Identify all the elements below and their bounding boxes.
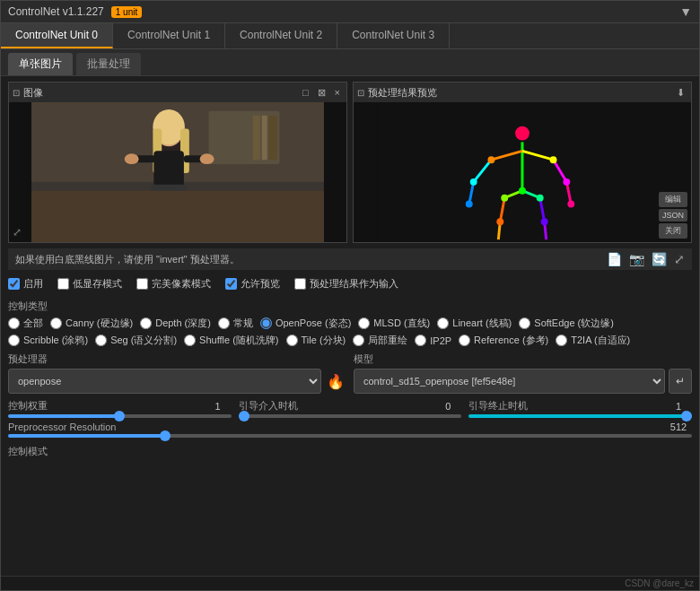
svg-point-43 xyxy=(519,187,526,195)
resize-icon-btn[interactable]: ⤢ xyxy=(674,252,685,266)
sub-tab-single[interactable]: 单张图片 xyxy=(8,53,73,75)
svg-rect-3 xyxy=(253,116,260,160)
edit-btn[interactable]: 编辑 xyxy=(659,192,687,207)
image-content[interactable]: ⤢ xyxy=(9,102,346,242)
svg-point-47 xyxy=(541,218,548,225)
radio-tile-input[interactable] xyxy=(286,335,298,346)
radio-depth-input[interactable] xyxy=(140,317,152,329)
radio-seg-input[interactable] xyxy=(95,335,107,346)
radio-normal[interactable]: 常规 xyxy=(218,317,253,330)
checkbox-lowvram-input[interactable] xyxy=(57,278,69,290)
preview-download-btn[interactable]: ⬇ xyxy=(674,87,687,99)
svg-point-42 xyxy=(567,201,574,208)
radio-tile[interactable]: Tile (分块) xyxy=(286,334,346,347)
checkbox-enable[interactable]: 启用 xyxy=(8,277,43,291)
image-panel-header: ⊡ 图像 □ ⊠ × xyxy=(9,83,346,102)
expand-icon: ⤢ xyxy=(13,226,22,239)
watermark-bar: CSDN @dare_kz xyxy=(1,576,699,590)
fire-button[interactable]: 🔥 xyxy=(325,373,346,390)
preview-content: 编辑 JSON 关闭 xyxy=(354,102,691,242)
radio-mlsd[interactable]: MLSD (直线) xyxy=(358,317,430,330)
info-text: 如果使用白底黑线图片，请使用 "invert" 预处理器。 xyxy=(15,253,240,266)
checkbox-allow-preview-input[interactable] xyxy=(225,278,237,290)
watermark-text: CSDN @dare_kz xyxy=(625,578,694,588)
radio-scribble[interactable]: Scribble (涂鸦) xyxy=(8,334,88,347)
tab-unit-0[interactable]: ControlNet Unit 0 xyxy=(1,23,113,48)
radio-reference-input[interactable] xyxy=(459,335,470,346)
svg-point-41 xyxy=(466,201,473,208)
radio-t2ia-input[interactable] xyxy=(556,335,567,346)
image-btn-fullscreen[interactable]: ⊠ xyxy=(315,87,328,99)
tab-unit-1[interactable]: ControlNet Unit 1 xyxy=(113,23,225,48)
model-select[interactable]: control_sd15_openpose [fef5e48e] xyxy=(354,369,665,394)
radio-shuffle-input[interactable] xyxy=(184,335,196,346)
content-area: ⊡ 图像 □ ⊠ × xyxy=(1,76,699,576)
svg-point-37 xyxy=(487,156,494,163)
radio-scribble-input[interactable] xyxy=(8,335,20,346)
svg-rect-21 xyxy=(31,191,324,242)
checkbox-lowvram-label: 低显存模式 xyxy=(73,277,122,291)
radio-canny-input[interactable] xyxy=(50,317,62,329)
control-weight-slider[interactable] xyxy=(8,414,232,418)
end-time-value: 1 xyxy=(665,401,692,412)
camera-icon-btn[interactable]: 📷 xyxy=(629,252,644,266)
upload-icon-btn[interactable]: 📄 xyxy=(607,252,622,266)
preprocessor-select-wrapper: openpose 🔥 xyxy=(8,369,346,394)
image-icon: ⊡ xyxy=(13,88,20,98)
collapse-icon[interactable]: ▼ xyxy=(679,4,692,19)
radio-softedge[interactable]: SoftEdge (软边缘) xyxy=(519,317,614,330)
radio-all[interactable]: 全部 xyxy=(8,317,43,330)
radio-mlsd-input[interactable] xyxy=(358,317,370,329)
radio-reference[interactable]: Reference (参考) xyxy=(459,334,548,347)
model-label: 模型 xyxy=(354,352,692,366)
preprocessor-res-slider[interactable] xyxy=(8,434,692,438)
sliders-area: 控制权重 1 引导介入时机 0 引导终止时机 xyxy=(8,399,692,438)
image-btn-expand[interactable]: □ xyxy=(300,87,311,98)
preview-panel-title: 预处理结果预览 xyxy=(368,86,670,100)
radio-inpaint[interactable]: 局部重绘 xyxy=(353,334,407,347)
close-preview-btn[interactable]: 关闭 xyxy=(659,223,687,239)
radio-shuffle[interactable]: Shuffle (随机洗牌) xyxy=(184,334,278,347)
radio-openpose-input[interactable] xyxy=(260,317,272,329)
svg-point-46 xyxy=(496,218,503,225)
radio-lineart[interactable]: Lineart (线稿) xyxy=(437,317,512,330)
checkbox-perfect-pixel[interactable]: 完美像素模式 xyxy=(136,277,211,291)
checkbox-preproc-result-input[interactable] xyxy=(294,278,306,290)
image-btn-close[interactable]: × xyxy=(332,87,343,98)
refresh-icon-btn[interactable]: 🔄 xyxy=(652,252,667,266)
tab-unit-3[interactable]: ControlNet Unit 3 xyxy=(337,23,450,48)
radio-openpose[interactable]: OpenPose (姿态) xyxy=(260,317,351,330)
checkbox-enable-input[interactable] xyxy=(8,278,20,290)
preview-panel-header: ⊡ 预处理结果预览 ⬇ xyxy=(354,83,691,102)
radio-normal-input[interactable] xyxy=(218,317,230,329)
model-arrow-btn[interactable]: ↵ xyxy=(669,369,692,394)
image-panel-left: ⊡ 图像 □ ⊠ × xyxy=(8,82,347,243)
preprocessor-label: 预处理器 xyxy=(8,352,346,366)
checkbox-preproc-result[interactable]: 预处理结果作为输入 xyxy=(294,277,398,291)
start-time-slider[interactable] xyxy=(239,414,462,418)
sub-tab-batch[interactable]: 批量处理 xyxy=(76,53,141,75)
preprocessor-select[interactable]: openpose xyxy=(8,369,321,394)
svg-point-14 xyxy=(125,153,139,164)
radio-t2ia[interactable]: T2IA (自适应) xyxy=(556,334,630,347)
radio-ip2p[interactable]: IP2P xyxy=(415,334,451,347)
tab-unit-2[interactable]: ControlNet Unit 2 xyxy=(225,23,337,48)
unit-badge: 1 unit xyxy=(111,6,142,18)
control-mode-label: 控制模式 xyxy=(8,443,692,460)
end-time-group: 引导终止时机 1 xyxy=(468,399,692,418)
radio-canny[interactable]: Canny (硬边缘) xyxy=(50,317,133,330)
radio-all-input[interactable] xyxy=(8,317,20,329)
edit-btns: 编辑 JSON 关闭 xyxy=(659,192,687,239)
radio-seg[interactable]: Seg (语义分割) xyxy=(95,334,177,347)
end-time-slider[interactable] xyxy=(468,414,692,418)
info-bar: 如果使用白底黑线图片，请使用 "invert" 预处理器。 📄 📷 🔄 ⤢ xyxy=(8,248,692,270)
checkbox-perfect-pixel-input[interactable] xyxy=(136,278,148,290)
radio-ip2p-input[interactable] xyxy=(415,335,426,346)
radio-softedge-input[interactable] xyxy=(519,317,530,329)
radio-depth[interactable]: Depth (深度) xyxy=(140,317,211,330)
checkbox-lowvram[interactable]: 低显存模式 xyxy=(57,277,122,291)
radio-lineart-input[interactable] xyxy=(437,317,449,329)
json-btn[interactable]: JSON xyxy=(659,209,687,222)
radio-inpaint-input[interactable] xyxy=(353,335,364,346)
checkbox-allow-preview[interactable]: 允许预览 xyxy=(225,277,280,291)
